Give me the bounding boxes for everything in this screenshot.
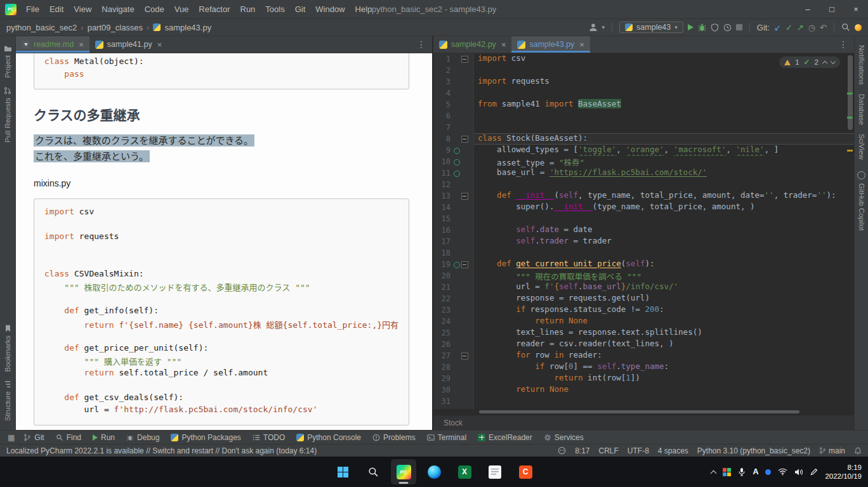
editor-gutter[interactable]: 8	[433, 133, 474, 145]
code-text[interactable]	[474, 88, 854, 99]
code-text[interactable]: super().__init__(type_name, total_price,…	[474, 202, 854, 213]
editor-gutter[interactable]: 23	[433, 304, 474, 316]
code-text[interactable]: for row in reader:	[474, 350, 854, 361]
toolwindow-stripe-github-copilot[interactable]: GitHub Copilot	[858, 183, 865, 231]
line-number[interactable]: 10	[433, 157, 452, 166]
pen-icon[interactable]	[810, 468, 818, 476]
fold-icon[interactable]	[461, 190, 469, 202]
editor-line-9[interactable]: 9 allowed_types = ['toggle', 'orange', '…	[433, 145, 854, 156]
editor-line-7[interactable]: 7	[433, 122, 854, 133]
line-number[interactable]: 3	[433, 77, 452, 86]
code-text[interactable]: response = requests.get(url)	[474, 293, 854, 304]
ime-indicator[interactable]: A	[753, 467, 758, 476]
editor-gutter[interactable]: 11	[433, 167, 474, 179]
toolwindow-find[interactable]: Find	[51, 431, 86, 444]
code-text[interactable]	[474, 179, 854, 190]
inspections-widget[interactable]: 1 ✓ 2	[779, 56, 840, 68]
toolwindow-git[interactable]: Git	[18, 431, 49, 444]
line-number[interactable]: 5	[433, 100, 452, 109]
code-text[interactable]: url = f'{self.base_url}/info/csv/'	[474, 282, 854, 293]
toolwindow-stripe-pull-requests[interactable]: Pull Requests	[4, 87, 11, 143]
toolwindow-todo[interactable]: TODO	[247, 431, 290, 444]
menu-code[interactable]: Code	[140, 2, 169, 16]
editor-gutter[interactable]: 13	[433, 190, 474, 202]
toolwindow-services[interactable]: Services	[539, 431, 589, 444]
toolwindow-switcher-icon[interactable]: ▦	[5, 433, 17, 442]
code-text[interactable]: def __init__(self, type_name, total_pric…	[474, 190, 854, 202]
editor-gutter[interactable]: 28	[433, 361, 474, 373]
editor-line-12[interactable]: 12	[433, 179, 854, 190]
toolwindow-stripe-bookmarks[interactable]: Bookmarks	[4, 325, 11, 372]
taskbar-edge-button[interactable]	[421, 459, 447, 484]
taskbar-notepad-button[interactable]	[482, 459, 508, 484]
editor-gutter[interactable]: 29	[433, 373, 474, 384]
menu-refactor[interactable]: Refactor	[194, 2, 234, 16]
editor-gutter[interactable]: 10	[433, 156, 474, 167]
tray-app-icon[interactable]	[723, 468, 731, 476]
next-problem-icon[interactable]	[831, 58, 836, 63]
code-text[interactable]: """ 現在の買取単価を調べる """	[474, 270, 854, 282]
line-number[interactable]: 4	[433, 89, 452, 98]
caret-position[interactable]: 8:17	[575, 446, 589, 455]
editor-line-30[interactable]: 30 return None	[433, 384, 854, 396]
editor-line-29[interactable]: 29 return int(row[1])	[433, 373, 854, 384]
fold-icon[interactable]	[461, 259, 469, 270]
close-tab-icon[interactable]: ×	[501, 40, 506, 49]
taskbar-clock[interactable]: 8:19 2022/10/19	[825, 463, 862, 481]
more-tabs-icon[interactable]: ⋮	[832, 36, 854, 53]
line-number[interactable]: 18	[433, 249, 452, 257]
menu-tools[interactable]: Tools	[261, 2, 289, 16]
editor-gutter[interactable]: 7	[433, 122, 474, 133]
breadcrumb-project[interactable]: python_basic_sec2	[6, 23, 77, 32]
menu-window[interactable]: Window	[311, 2, 349, 16]
editor-gutter[interactable]: 26	[433, 339, 474, 350]
rollback-icon[interactable]: ↶	[820, 23, 827, 32]
previous-problem-icon[interactable]	[822, 60, 827, 65]
line-number[interactable]: 23	[433, 306, 452, 315]
code-editor[interactable]: 1import csv2 3import requests4 5from sam…	[433, 53, 854, 409]
volume-icon[interactable]	[794, 468, 803, 476]
code-text[interactable]: text_lines = response.text.splitlines()	[474, 327, 854, 339]
fold-icon[interactable]	[461, 350, 469, 361]
toolwindow-run[interactable]: Run	[88, 431, 120, 444]
editor-line-28[interactable]: 28 if row[0] == self.type_name:	[433, 361, 854, 373]
line-number[interactable]: 20	[433, 271, 452, 280]
override-gutter-icon[interactable]	[452, 167, 461, 179]
code-text[interactable]: allowed_types = ['toggle', 'orange', 'ma…	[474, 145, 854, 156]
editor-gutter[interactable]: 27	[433, 350, 474, 361]
close-tab-icon[interactable]: ×	[79, 40, 84, 49]
code-text[interactable]: if response.status_code != 200:	[474, 304, 854, 316]
editor-gutter[interactable]: 20	[433, 270, 474, 282]
taskbar-search-button[interactable]	[360, 459, 386, 484]
line-number[interactable]: 21	[433, 283, 452, 292]
toolwindow-terminal[interactable]: Terminal	[422, 431, 471, 444]
close-button[interactable]: ×	[844, 0, 868, 19]
file-encoding[interactable]: UTF-8	[628, 446, 649, 455]
editor-gutter[interactable]: 6	[433, 110, 474, 122]
editor-gutter[interactable]: 1	[433, 53, 474, 65]
toolwindow-stripe-project[interactable]: Project	[4, 45, 12, 78]
minimize-button[interactable]: –	[796, 0, 820, 19]
line-number[interactable]: 30	[433, 386, 452, 394]
editor-line-19[interactable]: 19 def get_current_unit_price(self):	[433, 259, 854, 270]
line-number[interactable]: 29	[433, 374, 452, 383]
editor-gutter[interactable]: 30	[433, 384, 474, 396]
line-number[interactable]: 25	[433, 328, 452, 337]
code-text[interactable]: class Stock(BaseAsset):	[474, 133, 854, 145]
git-branch-widget[interactable]: main	[819, 446, 845, 455]
indent-style[interactable]: 4 spaces	[658, 446, 688, 455]
override-gutter-icon[interactable]	[452, 156, 461, 167]
fold-icon[interactable]	[461, 53, 469, 65]
editor-line-14[interactable]: 14 super().__init__(type_name, total_pri…	[433, 202, 854, 213]
editor-line-31[interactable]: 31	[433, 396, 854, 407]
line-number[interactable]: 1	[433, 55, 452, 63]
editor-breadcrumb[interactable]: Stock	[433, 415, 854, 430]
taskbar-excel-button[interactable]: X	[452, 459, 477, 484]
editor-gutter[interactable]: 22	[433, 293, 474, 304]
close-tab-icon[interactable]: ×	[579, 40, 584, 49]
toolwindow-python-console[interactable]: Python Console	[291, 431, 366, 444]
taskbar-pycharm-button[interactable]: PC	[391, 459, 416, 484]
toolwindow-stripe-database[interactable]: Database	[858, 94, 865, 125]
toolwindow-stripe-notifications[interactable]: Notifications	[858, 45, 865, 85]
microphone-icon[interactable]	[738, 467, 746, 476]
